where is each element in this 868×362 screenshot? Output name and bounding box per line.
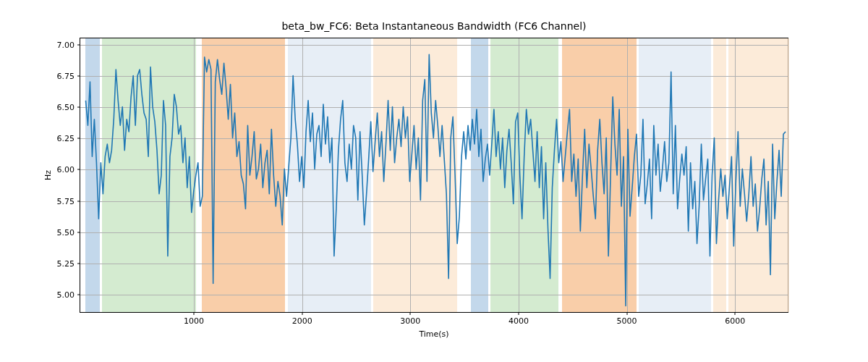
y-tick-label: 6.50 [57,103,81,112]
x-tick-label: 3000 [400,312,420,326]
y-tick-label: 6.75 [57,71,81,80]
line-layer [80,38,788,312]
y-tick-label: 5.50 [57,227,81,237]
y-tick-label: 5.25 [57,258,81,268]
series-beta_bw_FC6 [85,54,786,306]
figure: beta_bw_FC6: Beta Instantaneous Bandwidt… [0,0,868,362]
y-tick-label: 7.00 [57,40,81,49]
x-tick-label: 5000 [617,312,637,326]
y-axis-label: Hz [43,170,53,180]
y-tick-label: 6.25 [57,134,81,143]
y-tick-label: 5.00 [57,290,81,300]
y-tick-label: 5.75 [57,196,81,206]
x-tick-label: 4000 [509,312,529,326]
x-tick-label: 6000 [725,312,745,326]
chart-title: beta_bw_FC6: Beta Instantaneous Bandwidt… [0,20,868,32]
x-tick-label: 1000 [184,312,204,326]
plot-area: Hz Time(s) 5.005.255.505.756.006.256.506… [80,38,788,313]
x-tick-label: 2000 [292,312,312,326]
y-tick-label: 6.00 [57,165,81,174]
